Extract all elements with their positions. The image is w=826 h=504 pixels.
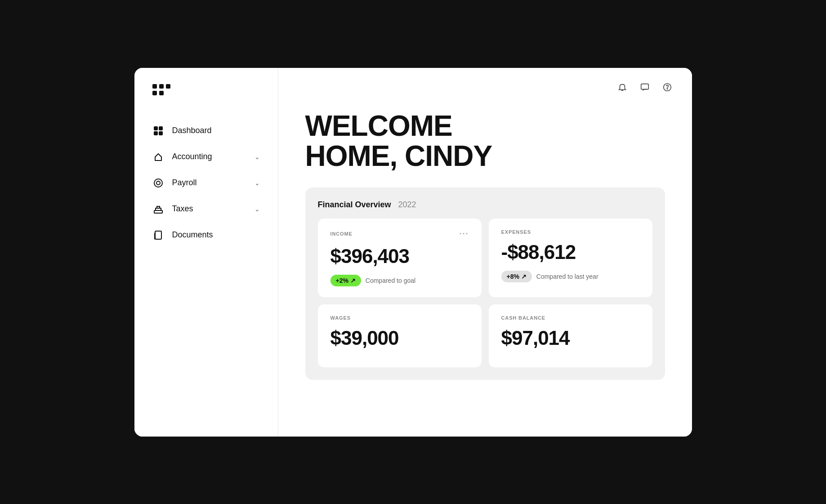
sidebar-item-dashboard[interactable]: Dashboard (134, 118, 278, 144)
chevron-down-icon: ⌄ (254, 153, 260, 161)
logo-icon (152, 84, 170, 95)
income-compare: Compared to goal (366, 277, 415, 284)
welcome-line2: HOME, CINDY (305, 141, 665, 171)
help-button[interactable] (661, 80, 674, 94)
sidebar-item-label: Payroll (172, 178, 246, 187)
overview-header: Financial Overview 2022 (318, 200, 652, 210)
notification-button[interactable] (616, 80, 629, 94)
sidebar-nav: Dashboard Accounting ⌄ (134, 109, 278, 437)
accounting-icon (152, 151, 164, 163)
welcome-line1: WELCOME (305, 111, 665, 141)
logo-dot (166, 91, 170, 95)
sidebar: Dashboard Accounting ⌄ (134, 68, 278, 437)
svg-point-5 (156, 181, 160, 185)
expenses-badge: +8% ↗ (501, 271, 532, 282)
income-badge: +2% ↗ (330, 275, 361, 286)
expenses-card: EXPENSES -$88,612 +8% ↗ Compared to last… (489, 219, 652, 297)
sidebar-item-taxes[interactable]: Taxes ⌄ (134, 196, 278, 222)
svg-point-4 (154, 179, 162, 187)
wages-label: WAGES (330, 315, 469, 321)
chevron-down-icon: ⌄ (254, 179, 260, 187)
sidebar-item-accounting[interactable]: Accounting ⌄ (134, 144, 278, 170)
dashboard-icon (152, 125, 164, 137)
expenses-label: EXPENSES (501, 229, 640, 235)
financial-overview-card: Financial Overview 2022 INCOME ··· $396,… (305, 187, 665, 380)
expenses-compare: Compared to last year (536, 273, 598, 280)
logo-dot (166, 84, 170, 89)
sidebar-item-payroll[interactable]: Payroll ⌄ (134, 170, 278, 196)
overview-year: 2022 (398, 200, 416, 210)
logo-dot (152, 91, 157, 95)
welcome-title: WELCOME HOME, CINDY (305, 111, 665, 171)
sidebar-item-label: Accounting (172, 152, 246, 161)
chat-button[interactable] (638, 80, 652, 94)
main-header (278, 68, 692, 107)
svg-rect-3 (159, 131, 163, 135)
expenses-value: -$88,612 (501, 241, 640, 263)
payroll-icon (152, 177, 164, 189)
income-value: $396,403 (330, 245, 469, 268)
wages-value: $39,000 (330, 327, 469, 349)
sidebar-item-label: Documents (172, 230, 260, 240)
cash-balance-label: CASH BALANCE (501, 315, 640, 321)
logo-dot (152, 84, 157, 89)
wages-card: WAGES $39,000 (318, 304, 482, 367)
svg-point-12 (667, 88, 667, 89)
overview-title: Financial Overview (318, 200, 391, 210)
main-panel: WELCOME HOME, CINDY Financial Overview 2… (278, 68, 692, 437)
income-card: INCOME ··· $396,403 +2% ↗ Compared to go… (318, 219, 482, 297)
metrics-grid: INCOME ··· $396,403 +2% ↗ Compared to go… (318, 219, 652, 367)
logo (134, 68, 278, 109)
svg-rect-10 (641, 84, 648, 89)
logo-dot (159, 84, 164, 89)
cash-balance-card: CASH BALANCE $97,014 (489, 304, 652, 367)
expenses-footer: +8% ↗ Compared to last year (501, 271, 640, 282)
sidebar-item-label: Dashboard (172, 126, 260, 135)
main-content: WELCOME HOME, CINDY Financial Overview 2… (278, 107, 692, 437)
svg-rect-8 (157, 206, 160, 208)
svg-rect-1 (159, 126, 163, 130)
app-window: Dashboard Accounting ⌄ (134, 68, 692, 437)
logo-dot (159, 91, 164, 95)
taxes-icon (152, 203, 164, 215)
svg-rect-2 (154, 131, 158, 135)
cash-balance-value: $97,014 (501, 327, 640, 349)
svg-rect-0 (154, 126, 158, 130)
sidebar-item-documents[interactable]: Documents (134, 222, 278, 248)
income-footer: +2% ↗ Compared to goal (330, 275, 469, 286)
documents-icon (152, 229, 164, 241)
chevron-down-icon: ⌄ (254, 205, 260, 213)
income-more-button[interactable]: ··· (459, 229, 469, 239)
income-label: INCOME ··· (330, 229, 469, 239)
sidebar-item-label: Taxes (172, 204, 246, 214)
